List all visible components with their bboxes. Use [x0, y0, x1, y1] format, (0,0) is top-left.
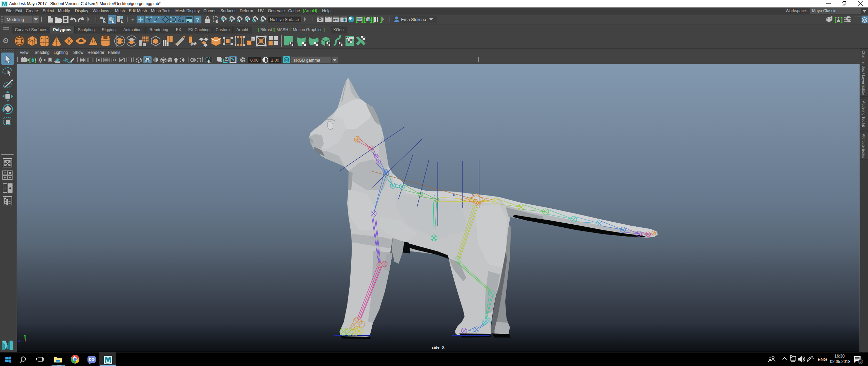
- svg-text:T: T: [128, 58, 130, 62]
- svg-text:c: c: [453, 193, 455, 197]
- svg-text:1.00: 1.00: [271, 58, 279, 63]
- svg-text:y: y: [24, 334, 26, 338]
- svg-text:No Live Surface: No Live Surface: [270, 17, 299, 22]
- svg-text:Ema Stolicna: Ema Stolicna: [401, 17, 426, 22]
- svg-text:c: c: [434, 193, 435, 197]
- svg-text:[: [: [355, 16, 358, 23]
- svg-text:[: [: [363, 16, 366, 23]
- svg-text:z: z: [18, 339, 20, 343]
- svg-text:Modeling: Modeling: [7, 17, 24, 22]
- svg-text:2: 2: [860, 360, 861, 364]
- svg-text:x: x: [24, 339, 27, 343]
- svg-text:]: ]: [380, 16, 382, 23]
- svg-text:[: [: [834, 16, 837, 23]
- svg-text:IPR: IPR: [333, 19, 338, 22]
- svg-text:c: c: [373, 151, 375, 155]
- svg-text:0.00: 0.00: [250, 58, 258, 63]
- svg-text:ENG: ENG: [818, 357, 827, 362]
- svg-text:sRGB gamma: sRGB gamma: [294, 58, 320, 63]
- svg-text:MAYA: MAYA: [106, 363, 110, 364]
- svg-text:c: c: [472, 193, 474, 197]
- svg-text:?: ?: [196, 17, 199, 23]
- svg-text:ON: ON: [285, 59, 289, 62]
- svg-text:]: ]: [841, 16, 843, 23]
- svg-text:[: [: [372, 16, 375, 23]
- svg-text:[: [: [29, 57, 31, 63]
